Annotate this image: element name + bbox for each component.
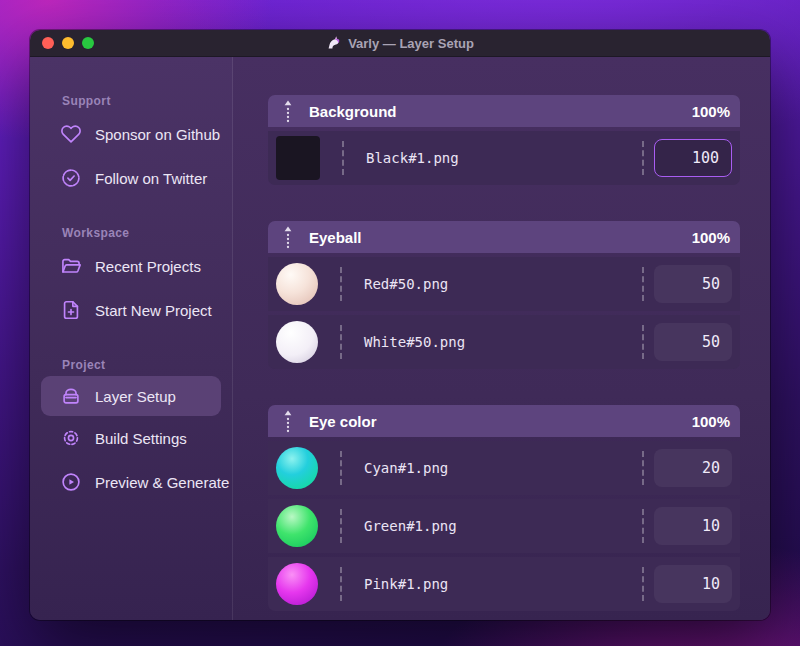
sidebar-item-label: Start New Project [95,302,212,319]
layer-weight-input[interactable] [654,449,732,487]
layer-group-title: Eyeball [309,229,692,246]
layer-row: Pink#1.png [268,557,740,611]
sidebar-item-layer-setup[interactable]: Layer Setup [41,376,221,416]
dashed-divider [340,325,342,359]
layer-filename: Pink#1.png [364,576,642,592]
layer-box-icon [60,385,82,407]
layer-thumbnail [276,136,320,180]
dashed-divider [340,451,342,485]
layer-group-percent: 100% [692,229,730,246]
layer-filename: Green#1.png [364,518,642,534]
heart-icon [60,123,82,145]
layer-row: Black#1.png [268,131,740,185]
window-titlebar[interactable]: Varly — Layer Setup [30,30,770,57]
sidebar-item-label: Follow on Twitter [95,170,207,187]
sidebar-section-project: Project [30,358,232,376]
desktop-wallpaper: Varly — Layer Setup Support Sponsor on G… [0,0,800,646]
gear-icon [60,427,82,449]
layer-setup-panel: Background 100% Black#1.png [233,57,770,620]
sidebar-item-label: Build Settings [95,430,187,447]
sidebar-section-workspace: Workspace [30,226,232,244]
drag-handle-icon[interactable] [283,225,293,249]
layer-group-eye-color: Eye color 100% Cyan#1.png Green#1.png [268,405,740,611]
sidebar-item-preview-generate[interactable]: Preview & Generate [30,460,232,504]
layer-weight-input[interactable] [654,323,732,361]
dashed-divider [642,267,644,301]
sidebar-item-recent-projects[interactable]: Recent Projects [30,244,232,288]
layer-weight-input[interactable] [654,265,732,303]
layer-row: White#50.png [268,315,740,369]
dashed-divider [642,567,644,601]
layer-thumbnail [276,447,318,489]
layer-group-header: Eyeball 100% [268,221,740,253]
layer-row: Green#1.png [268,499,740,553]
dashed-divider [340,267,342,301]
layer-group-percent: 100% [692,103,730,120]
layer-row: Red#50.png [268,257,740,311]
layer-thumbnail [276,563,318,605]
layer-group-percent: 100% [692,413,730,430]
layer-weight-input[interactable] [654,507,732,545]
sidebar-item-start-new-project[interactable]: Start New Project [30,288,232,332]
sidebar-item-build-settings[interactable]: Build Settings [30,416,232,460]
drag-handle-icon[interactable] [283,409,293,433]
dashed-divider [642,141,644,175]
sidebar-item-label: Recent Projects [95,258,201,275]
dashed-divider [642,451,644,485]
layer-row: Cyan#1.png [268,441,740,495]
zoom-window-button[interactable] [82,37,94,49]
sidebar-item-label: Layer Setup [95,388,176,405]
file-plus-icon [60,299,82,321]
layer-group-eyeball: Eyeball 100% Red#50.png White#50.png [268,221,740,369]
titlebar-title-area: Varly — Layer Setup [30,30,770,56]
sidebar-item-label: Sponsor on Github [95,126,220,143]
sidebar: Support Sponsor on Github [30,57,233,620]
dashed-divider [340,567,342,601]
layer-filename: Red#50.png [364,276,642,292]
layer-group-title: Background [309,103,692,120]
layer-filename: Black#1.png [366,150,642,166]
layer-group-header: Eye color 100% [268,405,740,437]
sidebar-item-sponsor-github[interactable]: Sponsor on Github [30,112,232,156]
minimize-window-button[interactable] [62,37,74,49]
layer-group-background: Background 100% Black#1.png [268,95,740,185]
layer-thumbnail [276,321,318,363]
sidebar-item-label: Preview & Generate [95,474,229,491]
dashed-divider [642,325,644,359]
unicorn-app-icon [326,35,342,51]
layer-thumbnail [276,505,318,547]
verified-badge-icon [60,167,82,189]
dashed-divider [340,509,342,543]
drag-handle-icon[interactable] [283,99,293,123]
layer-filename: Cyan#1.png [364,460,642,476]
window-title: Varly — Layer Setup [348,36,474,51]
layer-group-title: Eye color [309,413,692,430]
sidebar-section-support: Support [30,94,232,112]
dashed-divider [342,141,344,175]
window-body: Support Sponsor on Github [30,57,770,620]
app-window: Varly — Layer Setup Support Sponsor on G… [30,30,770,620]
play-circle-icon [60,471,82,493]
layer-filename: White#50.png [364,334,642,350]
layer-weight-input[interactable] [654,565,732,603]
dashed-divider [642,509,644,543]
layer-weight-input[interactable] [654,139,732,177]
layer-group-header: Background 100% [268,95,740,127]
sidebar-item-follow-twitter[interactable]: Follow on Twitter [30,156,232,200]
traffic-lights [42,37,94,49]
layer-thumbnail [276,263,318,305]
folder-open-icon [60,255,82,277]
close-window-button[interactable] [42,37,54,49]
